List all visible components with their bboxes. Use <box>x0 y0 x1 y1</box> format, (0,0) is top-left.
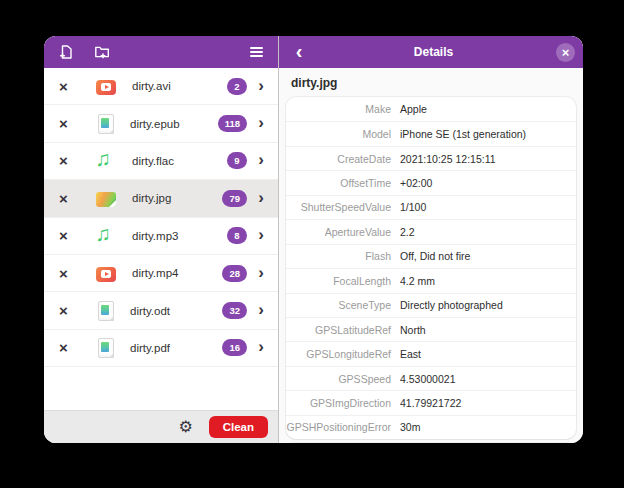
file-type-icon <box>96 151 116 171</box>
details-title: Details <box>311 45 556 59</box>
close-details-button[interactable] <box>556 43 575 62</box>
file-row[interactable]: dirty.odt 32 <box>44 292 278 329</box>
metadata-key: GPSSpeed <box>286 373 391 385</box>
details-body: dirty.jpg Make Apple Model iPhone SE (1s… <box>279 68 583 443</box>
file-row[interactable]: dirty.mp4 28 <box>44 255 278 292</box>
metadata-key: GPSLatitudeRef <box>286 324 391 336</box>
file-name: dirty.flac <box>132 155 227 167</box>
metadata-value: 2021:10:25 12:15:11 <box>400 153 496 165</box>
metadata-value: 4.53000021 <box>400 373 455 385</box>
metadata-value: Directly photographed <box>400 299 503 311</box>
back-button[interactable] <box>287 40 311 64</box>
settings-button[interactable] <box>176 417 196 437</box>
metadata-count-badge: 8 <box>227 227 247 244</box>
metadata-value: 1/100 <box>400 201 426 213</box>
file-name: dirty.jpg <box>132 192 222 204</box>
metadata-key: Model <box>286 128 391 140</box>
remove-file-button[interactable] <box>56 264 71 282</box>
file-row[interactable]: dirty.avi 2 <box>44 68 278 105</box>
metadata-key: SceneType <box>286 299 391 311</box>
metadata-row: CreateDate 2021:10:25 12:15:11 <box>286 146 576 170</box>
chevron-right-icon <box>254 79 268 94</box>
add-folder-button[interactable] <box>89 40 115 64</box>
details-file-title: dirty.jpg <box>291 76 576 90</box>
chevron-right-icon <box>254 191 268 206</box>
action-bar: Clean <box>44 410 278 443</box>
metadata-count-badge: 16 <box>222 339 247 356</box>
metadata-row: GPSHPositioningError 30m <box>286 415 576 439</box>
file-type-icon <box>96 192 116 207</box>
metadata-key: GPSHPositioningError <box>286 421 391 433</box>
metadata-row: Model iPhone SE (1st generation) <box>286 121 576 145</box>
file-row[interactable]: dirty.pdf 16 <box>44 330 278 367</box>
file-row[interactable]: dirty.epub 118 <box>44 105 278 142</box>
metadata-value: East <box>400 348 421 360</box>
file-list: dirty.avi 2 dirty.epub 118 dirty.flac <box>44 68 278 410</box>
left-header-bar <box>44 36 278 68</box>
add-folder-icon <box>94 44 110 60</box>
metadata-row: Make Apple <box>286 97 576 121</box>
chevron-right-icon <box>254 340 268 355</box>
metadata-value: 2.2 <box>400 226 415 238</box>
remove-file-button[interactable] <box>56 189 71 207</box>
details-header-bar: Details <box>279 36 583 68</box>
metadata-value: 4.2 mm <box>400 275 435 287</box>
chevron-right-icon <box>254 266 268 281</box>
metadata-count-badge: 32 <box>222 302 247 319</box>
file-name: dirty.pdf <box>130 342 222 354</box>
metadata-value: iPhone SE (1st generation) <box>400 128 526 140</box>
file-type-icon <box>98 301 114 321</box>
file-type-icon <box>98 338 114 358</box>
metadata-value: 30m <box>400 421 420 433</box>
metadata-value: 41.79921722 <box>400 397 461 409</box>
add-file-icon <box>58 44 74 60</box>
metadata-value: +02:00 <box>400 177 432 189</box>
file-row[interactable]: dirty.flac 9 <box>44 143 278 180</box>
metadata-count-badge: 2 <box>227 78 247 95</box>
metadata-row: FocalLength 4.2 mm <box>286 268 576 292</box>
add-files-button[interactable] <box>53 40 79 64</box>
file-name: dirty.avi <box>132 80 227 92</box>
remove-file-button[interactable] <box>56 227 71 245</box>
chevron-right-icon <box>254 153 268 168</box>
file-type-icon <box>98 114 114 134</box>
metadata-card: Make Apple Model iPhone SE (1st generati… <box>286 97 576 439</box>
file-list-pane: dirty.avi 2 dirty.epub 118 dirty.flac <box>44 36 278 443</box>
remove-file-button[interactable] <box>56 152 71 170</box>
metadata-value: Off, Did not fire <box>400 250 470 262</box>
metadata-key: FocalLength <box>286 275 391 287</box>
remove-file-button[interactable] <box>56 115 71 133</box>
metadata-row: OffsetTime +02:00 <box>286 170 576 194</box>
remove-file-button[interactable] <box>56 302 71 320</box>
metadata-count-badge: 28 <box>222 265 247 282</box>
file-name: dirty.mp4 <box>132 267 222 279</box>
clean-button[interactable]: Clean <box>209 416 268 438</box>
metadata-row: ApertureValue 2.2 <box>286 219 576 243</box>
metadata-row: GPSImgDirection 41.79921722 <box>286 390 576 414</box>
file-name: dirty.mp3 <box>132 230 227 242</box>
file-row[interactable]: dirty.jpg 79 <box>44 180 278 217</box>
metadata-cleaner-window: dirty.avi 2 dirty.epub 118 dirty.flac <box>44 36 583 443</box>
chevron-right-icon <box>254 303 268 318</box>
metadata-value: North <box>400 324 426 336</box>
metadata-count-badge: 118 <box>218 115 247 132</box>
metadata-row: GPSLatitudeRef North <box>286 317 576 341</box>
file-type-icon <box>96 267 116 282</box>
metadata-row: ShutterSpeedValue 1/100 <box>286 195 576 219</box>
file-row[interactable]: dirty.mp3 8 <box>44 218 278 255</box>
metadata-count-badge: 9 <box>227 152 247 169</box>
metadata-key: GPSImgDirection <box>286 397 391 409</box>
metadata-row: SceneType Directly photographed <box>286 293 576 317</box>
metadata-key: ApertureValue <box>286 226 391 238</box>
remove-file-button[interactable] <box>56 77 71 95</box>
metadata-key: ShutterSpeedValue <box>286 201 391 213</box>
menu-button[interactable] <box>243 40 269 64</box>
metadata-count-badge: 79 <box>222 190 247 207</box>
menu-icon <box>250 51 263 53</box>
details-pane: Details dirty.jpg Make Apple Model iPhon… <box>278 36 583 443</box>
metadata-row: Flash Off, Did not fire <box>286 244 576 268</box>
remove-file-button[interactable] <box>56 339 71 357</box>
metadata-key: CreateDate <box>286 153 391 165</box>
metadata-row: GPSLongitudeRef East <box>286 341 576 365</box>
metadata-value: Apple <box>400 103 427 115</box>
